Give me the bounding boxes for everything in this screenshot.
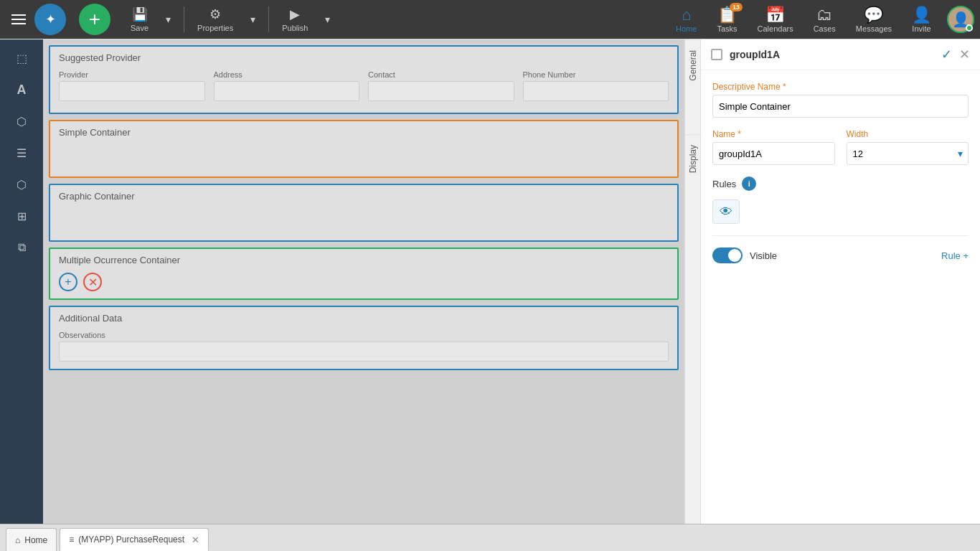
add-occurrence-button[interactable]: + xyxy=(59,273,77,291)
nav-invite-button[interactable]: 👤 Invite xyxy=(903,1,940,37)
list-icon: ☰ xyxy=(17,146,27,160)
tasks-badge: 13 xyxy=(730,3,743,11)
width-select[interactable]: 12 1 2 3 4 6 xyxy=(847,142,969,165)
visible-toggle[interactable] xyxy=(712,248,743,263)
sidebar-text-button[interactable]: A xyxy=(7,77,36,103)
nav-messages-button[interactable]: 💬 Messages xyxy=(847,1,900,37)
simple-container[interactable]: Simple Container xyxy=(49,120,679,178)
descriptive-name-input[interactable] xyxy=(712,95,969,118)
observations-field: Observations xyxy=(59,331,669,362)
table-icon: ⊞ xyxy=(17,209,27,223)
save-button[interactable]: 💾 Save xyxy=(123,2,156,37)
name-width-row: Name Width 12 1 2 3 4 6 ▾ xyxy=(712,129,969,176)
nav-cases-button[interactable]: 🗂 Cases xyxy=(805,1,844,37)
contact-field: Contact xyxy=(368,70,514,101)
provider-label: Provider xyxy=(59,70,205,79)
visible-row: Visible Rule + xyxy=(712,248,969,263)
logo-icon: ✦ xyxy=(45,11,56,27)
canvas-area: Suggested Provider Provider Address Cont… xyxy=(43,39,684,524)
address-input[interactable] xyxy=(214,81,360,101)
sidebar-table-button[interactable]: ⊞ xyxy=(7,203,36,229)
box-icon: ⬡ xyxy=(17,178,27,192)
publish-label: Publish xyxy=(282,24,308,32)
graphic-container-title: Graphic Container xyxy=(50,185,677,204)
nav-messages-label: Messages xyxy=(856,24,892,33)
cases-icon: 🗂 xyxy=(816,6,832,24)
bottom-tabs: ⌂ Home ≡ (MYAPP) PurchaseRequest ✕ xyxy=(0,524,980,551)
eye-icon: 👁 xyxy=(720,204,732,220)
right-panel: groupId1A ✓ ✕ Descriptive Name Name Widt… xyxy=(700,39,980,524)
name-label: Name xyxy=(712,129,835,139)
rule-plus-button[interactable]: Rule + xyxy=(941,250,969,261)
info-icon[interactable]: i xyxy=(742,176,756,191)
cursor-icon: ⬚ xyxy=(17,52,27,65)
address-field: Address xyxy=(214,70,360,101)
additional-data-container: Additional Data Observations xyxy=(49,306,679,370)
tab-purchase-request[interactable]: ≡ (MYAPP) PurchaseRequest ✕ xyxy=(60,528,209,551)
width-label: Width xyxy=(847,129,969,139)
rules-row: Rules i xyxy=(712,176,969,191)
properties-label: Properties xyxy=(197,24,233,32)
eye-button-wrap: 👁 xyxy=(712,199,969,224)
nav-home-label: Home xyxy=(676,24,697,33)
save-dropdown-button[interactable]: ▾ xyxy=(159,9,178,29)
nav-calendars-label: Calendars xyxy=(758,24,793,33)
observations-input[interactable] xyxy=(59,342,669,362)
sidebar-cursor-button[interactable]: ⬚ xyxy=(7,45,36,71)
tab-close-button[interactable]: ✕ xyxy=(192,534,199,545)
phone-input[interactable] xyxy=(523,81,669,101)
messages-icon: 💬 xyxy=(864,6,883,24)
nav-invite-label: Invite xyxy=(912,24,930,33)
sidebar-shape-button[interactable]: ⬡ xyxy=(7,108,36,134)
publish-button[interactable]: ▶ Publish xyxy=(275,2,315,37)
add-button[interactable]: + xyxy=(79,4,110,35)
rules-label: Rules xyxy=(712,179,736,189)
panel-confirm-button[interactable]: ✓ xyxy=(941,47,952,62)
nav-tasks-label: Tasks xyxy=(717,24,737,33)
provider-field: Provider xyxy=(59,70,205,101)
hamburger-button[interactable] xyxy=(6,6,32,32)
nav-calendars-button[interactable]: 📅 Calendars xyxy=(749,1,802,37)
panel-close-button[interactable]: ✕ xyxy=(959,47,970,62)
side-panel-tabs: General Display xyxy=(684,39,700,524)
graphic-container[interactable]: Graphic Container xyxy=(49,184,679,242)
logo-button[interactable]: ✦ xyxy=(34,4,66,35)
phone-field: Phone Number xyxy=(523,70,669,101)
panel-title: groupId1A xyxy=(730,49,934,60)
suggested-provider-container: Suggested Provider Provider Address Cont… xyxy=(49,45,679,114)
provider-input[interactable] xyxy=(59,81,205,101)
gear-icon: ⚙ xyxy=(209,6,221,22)
additional-data-title: Additional Data xyxy=(50,307,677,326)
sidebar-copy-button[interactable]: ⧉ xyxy=(7,235,36,260)
publish-icon: ▶ xyxy=(290,6,300,22)
sidebar-list-button[interactable]: ☰ xyxy=(7,140,36,166)
nav-tasks-button[interactable]: 📋 13 Tasks xyxy=(708,1,745,37)
occurrence-controls: + ✕ xyxy=(59,273,669,291)
shape-icon: ⬡ xyxy=(17,115,27,128)
publish-dropdown-button[interactable]: ▾ xyxy=(318,9,337,29)
name-input[interactable] xyxy=(712,142,835,165)
tab-home[interactable]: ⌂ Home xyxy=(6,528,57,551)
home-icon: ⌂ xyxy=(682,6,691,24)
properties-button[interactable]: ⚙ Properties xyxy=(190,2,240,37)
remove-occurrence-button[interactable]: ✕ xyxy=(83,273,102,291)
phone-label: Phone Number xyxy=(523,70,669,79)
display-tab[interactable]: Display xyxy=(685,134,701,183)
copy-icon: ⧉ xyxy=(18,241,26,254)
chevron-down-icon-2: ▾ xyxy=(250,14,255,25)
visibility-rule-button[interactable]: 👁 xyxy=(712,199,740,224)
nav-home-button[interactable]: ⌂ Home xyxy=(667,1,705,37)
sidebar-box-button[interactable]: ⬡ xyxy=(7,171,36,197)
panel-checkbox[interactable] xyxy=(711,49,722,60)
nav-cases-label: Cases xyxy=(814,24,836,33)
contact-input[interactable] xyxy=(368,81,514,101)
name-group: Name xyxy=(712,129,835,165)
tab-home-label: Home xyxy=(24,535,47,545)
online-indicator xyxy=(966,24,973,32)
multiple-occurrence-container[interactable]: Multiple Ocurrence Container + ✕ xyxy=(49,248,679,300)
general-tab[interactable]: General xyxy=(685,39,701,91)
properties-dropdown-button[interactable]: ▾ xyxy=(243,9,263,29)
suggested-provider-row: Provider Address Contact Phone Number xyxy=(59,70,669,101)
multiple-occurrence-title: Multiple Ocurrence Container xyxy=(50,249,677,268)
save-label: Save xyxy=(131,24,149,32)
